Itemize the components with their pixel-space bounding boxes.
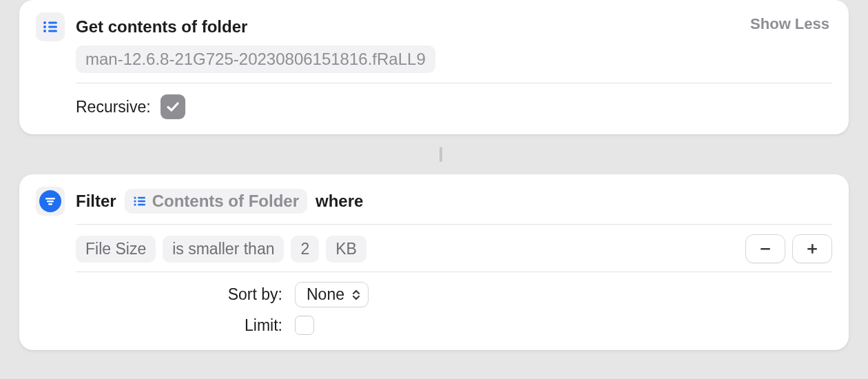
svg-rect-5 — [48, 30, 57, 32]
svg-rect-15 — [761, 248, 770, 250]
minus-icon — [758, 241, 773, 256]
limit-row: Limit: — [76, 316, 832, 335]
sort-by-label: Sort by: — [76, 285, 282, 304]
svg-rect-10 — [138, 197, 145, 198]
sort-by-row: Sort by: None — [76, 282, 832, 307]
folder-list-icon — [36, 12, 65, 41]
svg-rect-6 — [45, 198, 55, 200]
svg-point-0 — [43, 21, 46, 24]
sort-by-value: None — [307, 285, 344, 304]
action-get-contents-of-folder[interactable]: Show Less Get contents of folder man-12.… — [19, 0, 849, 134]
recursive-checkbox[interactable] — [161, 94, 185, 119]
filter-title-suffix: where — [316, 192, 363, 211]
svg-point-11 — [134, 200, 136, 202]
svg-rect-12 — [138, 201, 145, 202]
action-filter[interactable]: Filter Contents of Folder where — [19, 174, 849, 350]
svg-rect-14 — [138, 204, 145, 205]
divider — [76, 83, 832, 83]
limit-checkbox[interactable] — [295, 316, 314, 335]
divider — [76, 272, 832, 272]
limit-label: Limit: — [76, 316, 282, 335]
filter-icon-box — [36, 187, 65, 216]
condition-operator[interactable]: is smaller than — [163, 236, 284, 263]
svg-rect-1 — [48, 22, 57, 24]
svg-rect-17 — [812, 244, 814, 254]
add-condition-button[interactable] — [792, 234, 832, 263]
check-icon — [165, 99, 180, 114]
svg-rect-7 — [47, 201, 54, 203]
variable-token[interactable]: Contents of Folder — [125, 189, 307, 214]
svg-rect-3 — [48, 26, 57, 28]
show-less-button[interactable]: Show Less — [750, 15, 829, 33]
svg-point-9 — [134, 196, 136, 198]
variable-list-icon — [133, 196, 147, 207]
plus-icon — [805, 241, 820, 256]
chevron-up-down-icon — [351, 288, 361, 302]
filter-title-prefix: Filter — [76, 192, 116, 211]
folder-token[interactable]: man-12.6.8-21G725-20230806151816.fRaLL9 — [76, 45, 435, 73]
svg-point-13 — [134, 203, 136, 205]
svg-point-4 — [43, 30, 46, 32]
sort-by-select[interactable]: None — [295, 282, 369, 307]
condition-value[interactable]: 2 — [291, 236, 319, 263]
svg-rect-8 — [48, 203, 52, 205]
recursive-label: Recursive: — [76, 98, 151, 116]
action-title: Get contents of folder — [76, 17, 247, 37]
divider — [76, 224, 832, 225]
flow-connector — [440, 147, 442, 162]
condition-unit[interactable]: KB — [326, 236, 366, 263]
filter-condition-row: File Size is smaller than 2 KB — [76, 234, 832, 263]
variable-label: Contents of Folder — [152, 192, 299, 211]
filter-icon — [39, 190, 61, 212]
svg-point-2 — [43, 25, 46, 28]
condition-attribute[interactable]: File Size — [76, 236, 156, 263]
remove-condition-button[interactable] — [745, 234, 785, 263]
